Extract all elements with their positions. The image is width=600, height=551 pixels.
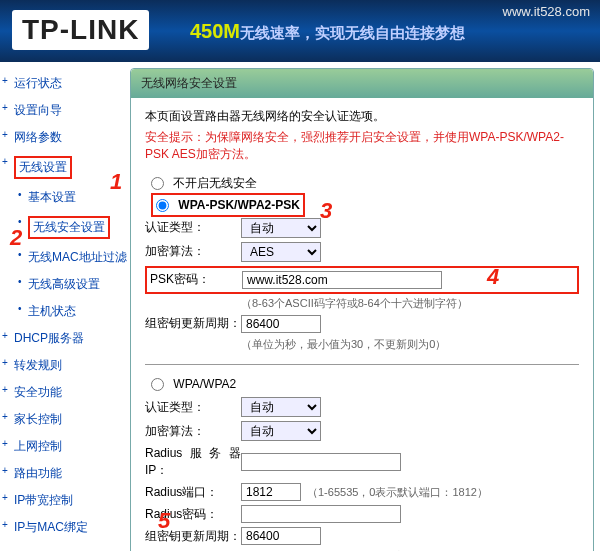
callout-1: 1 xyxy=(110,169,122,195)
sidebar-item-15[interactable]: IP带宽控制 xyxy=(0,487,130,514)
group-key2-input[interactable] xyxy=(241,527,321,545)
enc-algo2-label: 加密算法： xyxy=(145,423,241,440)
sidebar-item-2[interactable]: 网络参数 xyxy=(0,124,130,151)
enc-algo2-select[interactable]: 自动 xyxy=(241,421,321,441)
psk-hint: （8-63个ASCII码字符或8-64个十六进制字符） xyxy=(241,296,579,311)
sidebar-item-1[interactable]: 设置向导 xyxy=(0,97,130,124)
sidebar-item-0[interactable]: 运行状态 xyxy=(0,70,130,97)
radio-wpa-psk[interactable]: WPA-PSK/WPA2-PSK xyxy=(151,198,579,212)
sidebar-item-11[interactable]: 安全功能 xyxy=(0,379,130,406)
psk-label: PSK密码： xyxy=(150,271,242,288)
radius-pwd-input[interactable] xyxy=(241,505,401,523)
slogan: 450M无线速率，实现无线自由连接梦想 xyxy=(190,20,465,43)
radio-wpa-wpa2[interactable]: WPA/WPA2 xyxy=(151,377,579,391)
callout-3: 3 xyxy=(320,198,332,224)
main-panel: 无线网络安全设置 本页面设置路由器无线网络的安全认证选项。 安全提示：为保障网络… xyxy=(130,68,594,551)
auth-type2-label: 认证类型： xyxy=(145,399,241,416)
sidebar-item-7[interactable]: 无线高级设置 xyxy=(0,271,130,298)
radio-disable-input[interactable] xyxy=(151,177,164,190)
sidebar-item-13[interactable]: 上网控制 xyxy=(0,433,130,460)
radius-ip-input[interactable] xyxy=(241,453,401,471)
header-banner: TP-LINK 450M无线速率，实现无线自由连接梦想 www.it528.co… xyxy=(0,0,600,62)
callout-2: 2 xyxy=(10,225,22,251)
divider xyxy=(145,364,579,365)
page-title: 无线网络安全设置 xyxy=(131,69,593,98)
sidebar-item-14[interactable]: 路由功能 xyxy=(0,460,130,487)
auth-type-select[interactable]: 自动 xyxy=(241,218,321,238)
radio-wpa-wpa2-input[interactable] xyxy=(151,378,164,391)
group-key-input[interactable] xyxy=(241,315,321,333)
radius-port-label: Radius端口： xyxy=(145,484,241,501)
sidebar-item-16[interactable]: IP与MAC绑定 xyxy=(0,514,130,541)
watermark-url: www.it528.com xyxy=(503,4,590,19)
security-warning: 安全提示：为保障网络安全，强烈推荐开启安全设置，并使用WPA-PSK/WPA2-… xyxy=(145,129,579,163)
sidebar-item-9[interactable]: DHCP服务器 xyxy=(0,325,130,352)
sidebar-item-8[interactable]: 主机状态 xyxy=(0,298,130,325)
brand-logo: TP-LINK xyxy=(12,10,149,50)
enc-algo-label: 加密算法： xyxy=(145,243,241,260)
radio-disable-security[interactable]: 不开启无线安全 xyxy=(151,175,579,192)
group-key-label: 组密钥更新周期： xyxy=(145,315,241,332)
callout-4: 4 xyxy=(487,264,499,290)
sidebar-item-12[interactable]: 家长控制 xyxy=(0,406,130,433)
psk-password-input[interactable] xyxy=(242,271,442,289)
page-description: 本页面设置路由器无线网络的安全认证选项。 xyxy=(145,108,579,125)
radius-ip-label: Radius服务器IP： xyxy=(145,445,241,479)
radius-port-hint: （1-65535，0表示默认端口：1812） xyxy=(307,485,488,500)
sidebar-item-10[interactable]: 转发规则 xyxy=(0,352,130,379)
sidebar-nav: 运行状态设置向导网络参数无线设置基本设置无线安全设置无线MAC地址过滤无线高级设… xyxy=(0,62,130,551)
callout-5: 5 xyxy=(158,508,170,534)
auth-type2-select[interactable]: 自动 xyxy=(241,397,321,417)
radio-wpa-psk-input[interactable] xyxy=(156,199,169,212)
group-key-hint: （单位为秒，最小值为30，不更新则为0） xyxy=(241,337,579,352)
enc-algo-select[interactable]: AES xyxy=(241,242,321,262)
radius-port-input[interactable] xyxy=(241,483,301,501)
auth-type-label: 认证类型： xyxy=(145,219,241,236)
